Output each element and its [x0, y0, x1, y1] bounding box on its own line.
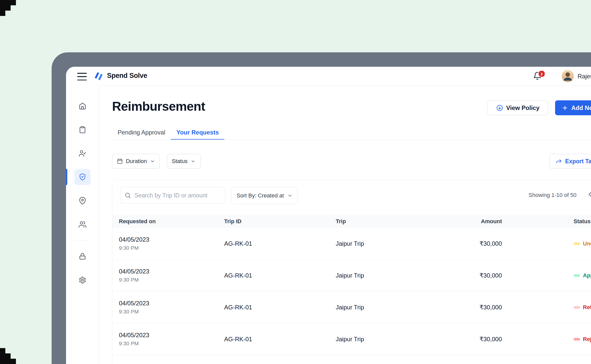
sort-by-label: Sort By: Created at — [237, 192, 284, 199]
chevron-down-icon — [150, 159, 155, 164]
sidebar-item-settings[interactable] — [74, 272, 91, 288]
status-filter-label: Status — [172, 158, 187, 165]
export-table-label: Export Table — [565, 158, 591, 165]
pagination-summary: Showing 1-10 of 50 — [529, 192, 577, 198]
requested-date: 04/05/2023 — [119, 268, 224, 275]
requested-date: 04/05/2023 — [119, 236, 224, 243]
top-navbar: Spend Solve 2 Rajesh — [66, 67, 591, 86]
requested-date: 04/05/2023 — [119, 332, 224, 339]
view-policy-button[interactable]: View Policy — [488, 100, 548, 115]
requests-table: Requested on Trip ID Trip Amount Status … — [112, 215, 591, 355]
status-pill — [574, 306, 580, 309]
user-avatar[interactable] — [562, 70, 574, 82]
sort-by-dropdown[interactable]: Sort By: Created at — [231, 187, 298, 204]
spend-solve-logo-icon — [93, 71, 104, 82]
requested-time: 9:30 PM — [119, 277, 224, 283]
status-pill — [574, 242, 580, 245]
status-label: Under Review — [583, 240, 591, 247]
add-new-button[interactable]: Add New — [555, 100, 591, 115]
trip-id: AG-RK-01 — [224, 304, 336, 311]
sidebar — [66, 85, 99, 364]
user-check-icon — [79, 150, 86, 157]
trip-name: Jaipur Trip — [336, 272, 426, 279]
chevron-down-icon — [287, 193, 292, 198]
home-icon — [79, 102, 86, 110]
trip-id: AG-RK-01 — [224, 336, 336, 343]
clipboard-icon — [79, 126, 86, 133]
chevron-left-icon — [586, 190, 591, 198]
status-badge: Under Review — [574, 240, 591, 247]
shield-check-icon — [79, 173, 86, 181]
export-table-button[interactable]: Export Table — [549, 154, 591, 169]
map-pin-icon — [79, 197, 86, 204]
column-header-status: Status — [502, 218, 591, 225]
brand-name: Spend Solve — [107, 72, 147, 80]
sidebar-item-home[interactable] — [74, 98, 91, 114]
sidebar-item-locations[interactable] — [74, 193, 91, 209]
notification-count-badge: 2 — [538, 70, 545, 77]
status-label: Rejected — [583, 336, 591, 343]
sidebar-divider — [74, 240, 91, 240]
amount: ₹30,000 — [426, 304, 502, 311]
trip-name: Jaipur Trip — [336, 240, 426, 247]
page-title: Reimbursement — [112, 99, 205, 114]
tabs-divider — [112, 140, 591, 140]
trip-id: AG-RK-01 — [224, 240, 336, 247]
duration-filter-dropdown[interactable]: Duration — [112, 154, 160, 169]
app-window: Spend Solve 2 Rajesh — [66, 67, 591, 364]
trip-name: Jaipur Trip — [336, 304, 426, 311]
table-row[interactable]: 04/05/2023 9:30 PM AG-RK-01 Jaipur Trip … — [112, 291, 591, 323]
sidebar-item-tasks[interactable] — [74, 122, 91, 138]
table-header-row: Requested on Trip ID Trip Amount Status — [112, 215, 591, 228]
plus-icon — [562, 105, 568, 111]
search-input[interactable] — [134, 192, 221, 199]
amount: ₹30,000 — [426, 272, 502, 279]
amount: ₹30,000 — [426, 240, 502, 247]
sidebar-item-approvals[interactable] — [74, 145, 91, 162]
status-label: Approved — [583, 272, 591, 279]
status-label: Returned — [583, 304, 591, 311]
tab-your-requests[interactable]: Your Requests — [171, 127, 224, 140]
view-policy-label: View Policy — [506, 104, 540, 111]
column-header-requested-on: Requested on — [112, 218, 224, 225]
pagination-prev-button[interactable] — [586, 190, 591, 200]
requested-time: 9:30 PM — [119, 340, 224, 347]
duration-filter-label: Duration — [126, 158, 147, 165]
trip-name: Jaipur Trip — [336, 336, 426, 343]
status-badge: Returned — [574, 304, 591, 311]
status-filter-dropdown[interactable]: Status — [167, 154, 201, 169]
requests-card: Sort By: Created at Showing 1-10 of 50 R… — [112, 180, 591, 364]
requested-date: 04/05/2023 — [119, 300, 224, 307]
table-row[interactable]: 04/05/2023 9:30 PM AG-RK-01 Jaipur Trip … — [112, 323, 591, 355]
search-box — [120, 187, 225, 204]
chevron-down-icon — [191, 159, 196, 164]
table-row[interactable]: 04/05/2023 9:30 PM AG-RK-01 Jaipur Trip … — [112, 260, 591, 291]
amount: ₹30,000 — [426, 336, 502, 343]
sidebar-item-team[interactable] — [74, 216, 91, 233]
lock-icon — [79, 253, 86, 260]
status-pill — [574, 274, 580, 277]
download-circle-icon — [496, 104, 503, 111]
column-header-amount: Amount — [426, 218, 502, 225]
trip-id: AG-RK-01 — [224, 272, 336, 279]
column-header-trip: Trip — [336, 218, 426, 225]
notifications-bell-icon[interactable]: 2 — [533, 72, 543, 82]
active-indicator — [66, 169, 67, 185]
user-name[interactable]: Rajesh — [578, 73, 591, 80]
menu-icon[interactable] — [77, 72, 87, 81]
requested-time: 9:30 PM — [119, 245, 224, 251]
calendar-icon — [117, 158, 123, 164]
sidebar-item-security[interactable] — [74, 248, 91, 264]
column-header-trip-id: Trip ID — [224, 218, 336, 225]
tab-pending-approval[interactable]: Pending Approval — [112, 127, 171, 140]
window-frame: Spend Solve 2 Rajesh — [52, 52, 591, 364]
add-new-label: Add New — [571, 104, 591, 111]
requested-time: 9:30 PM — [119, 309, 224, 315]
status-badge: Rejected — [574, 336, 591, 343]
sidebar-item-reimbursement[interactable] — [74, 169, 91, 185]
table-row[interactable]: 04/05/2023 9:30 PM AG-RK-01 Jaipur Trip … — [112, 228, 591, 260]
users-icon — [79, 221, 86, 228]
search-icon — [124, 192, 131, 199]
status-badge: Approved — [574, 272, 591, 279]
settings-gear-icon — [79, 276, 86, 284]
